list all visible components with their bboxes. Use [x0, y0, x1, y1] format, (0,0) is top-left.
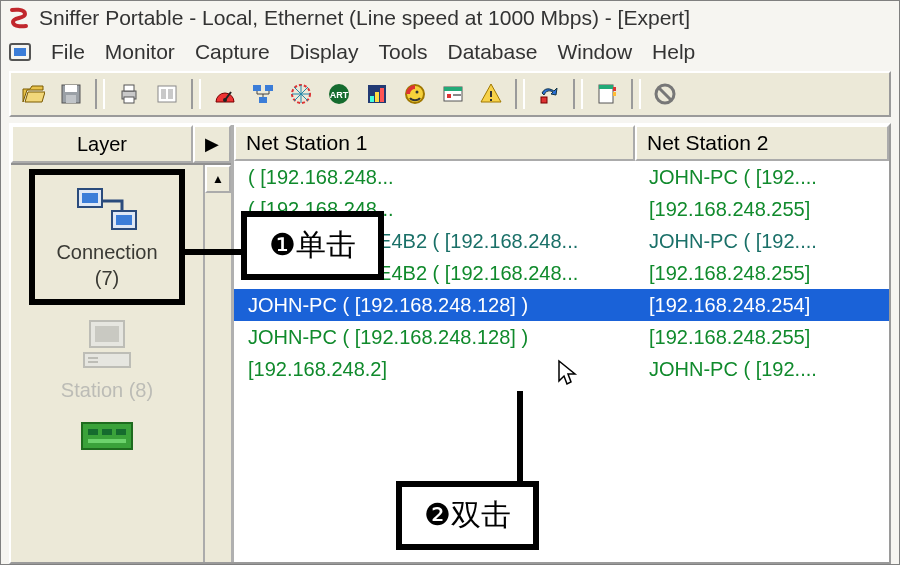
cell-net-station-2: JOHN-PC ( [192....	[637, 230, 889, 253]
matrix-button[interactable]	[285, 78, 317, 110]
layer-connection-label: Connection	[37, 239, 177, 265]
table-row[interactable]: JOHN-PC ( [192.168.248.128] )[192.168.24…	[234, 289, 889, 321]
layer-station-label: Station (8)	[37, 377, 177, 403]
mouse-cursor-icon	[557, 359, 581, 391]
svg-rect-4	[66, 95, 76, 103]
scroll-up-icon[interactable]: ▲	[205, 165, 231, 193]
capture-button[interactable]	[399, 78, 431, 110]
svg-rect-41	[116, 215, 132, 225]
svg-rect-28	[453, 94, 461, 96]
layer-tab[interactable]: Layer	[11, 125, 193, 163]
cell-net-station-2: JOHN-PC ( [192....	[637, 166, 889, 189]
define-filter-button[interactable]	[533, 78, 565, 110]
svg-rect-13	[253, 85, 261, 91]
col-net-station-2[interactable]: Net Station 2	[635, 125, 889, 161]
svg-rect-3	[65, 85, 77, 92]
svg-rect-45	[88, 357, 98, 359]
window-title: Sniffer Portable - Local, Ethernet (Line…	[39, 6, 690, 30]
menubar: File Monitor Capture Display Tools Datab…	[1, 35, 899, 69]
table-row[interactable]: ( [192.168.248...JOHN-PC ( [192....	[234, 161, 889, 193]
svg-rect-48	[88, 429, 98, 435]
svg-rect-26	[444, 87, 462, 91]
svg-rect-15	[259, 97, 267, 103]
callout-double-click: ❷双击	[396, 481, 539, 550]
svg-rect-8	[158, 86, 176, 102]
alarm-button[interactable]	[475, 78, 507, 110]
cell-net-station-2: [192.168.248.255]	[637, 326, 889, 349]
side-panel: Layer ▶ Connection (7)	[11, 125, 234, 562]
cell-net-station-2: [192.168.248.254]	[637, 294, 889, 317]
layer-connection[interactable]: Connection (7)	[29, 169, 185, 305]
menu-help[interactable]: Help	[642, 38, 705, 66]
menu-tools[interactable]: Tools	[368, 38, 437, 66]
svg-line-37	[659, 88, 671, 100]
main-panel: Net Station 1 Net Station 2 ( [192.168.2…	[234, 125, 889, 562]
menu-database[interactable]: Database	[437, 38, 547, 66]
svg-rect-22	[380, 88, 384, 102]
svg-text:ART: ART	[330, 90, 349, 100]
svg-rect-43	[95, 326, 119, 342]
col-net-station-1[interactable]: Net Station 1	[234, 125, 635, 161]
svg-rect-20	[370, 96, 374, 102]
menu-display[interactable]: Display	[280, 38, 369, 66]
svg-rect-44	[84, 353, 130, 367]
svg-rect-34	[613, 87, 616, 91]
cell-net-station-2: JOHN-PC ( [192....	[637, 358, 889, 381]
svg-rect-47	[82, 423, 132, 449]
svg-rect-49	[102, 429, 112, 435]
layer-tab-more-button[interactable]: ▶	[193, 125, 231, 163]
art-button[interactable]: ART	[323, 78, 355, 110]
svg-rect-29	[490, 91, 492, 97]
stop-button[interactable]	[649, 78, 681, 110]
svg-rect-10	[168, 89, 173, 99]
cell-net-station-2: [192.168.248.255]	[637, 198, 889, 221]
cell-net-station-2: [192.168.248.255]	[637, 262, 889, 285]
column-headers: Net Station 1 Net Station 2	[234, 125, 889, 161]
svg-rect-39	[82, 193, 98, 203]
callout-single-click: ❶单击	[241, 211, 384, 280]
menu-file[interactable]: File	[41, 38, 95, 66]
open-button[interactable]	[17, 78, 49, 110]
svg-rect-30	[490, 99, 492, 101]
svg-rect-21	[375, 92, 379, 102]
save-button[interactable]	[55, 78, 87, 110]
hosts-button[interactable]	[247, 78, 279, 110]
chart-button[interactable]	[361, 78, 393, 110]
svg-rect-6	[124, 85, 134, 91]
svg-rect-14	[265, 85, 273, 91]
menu-capture[interactable]: Capture	[185, 38, 280, 66]
svg-rect-51	[88, 439, 126, 443]
svg-rect-35	[613, 92, 616, 96]
titlebar: Sniffer Portable - Local, Ethernet (Line…	[1, 1, 899, 35]
svg-rect-27	[447, 94, 451, 98]
layer-station[interactable]: Station (8)	[35, 305, 179, 411]
svg-rect-46	[88, 361, 98, 363]
svg-rect-1	[14, 48, 26, 56]
svg-point-24	[416, 91, 419, 94]
svg-rect-7	[124, 97, 134, 103]
cell-net-station-1: ( [192.168.248...	[234, 166, 637, 189]
mdi-icon	[9, 41, 31, 63]
side-scrollbar[interactable]: ▲	[203, 165, 231, 562]
svg-rect-33	[599, 85, 613, 89]
table-row[interactable]: JOHN-PC ( [192.168.248.128] )[192.168.24…	[234, 321, 889, 353]
app-window: Sniffer Portable - Local, Ethernet (Line…	[0, 0, 900, 565]
side-header: Layer ▶	[11, 125, 231, 165]
print-button[interactable]	[113, 78, 145, 110]
addressbook-button[interactable]	[591, 78, 623, 110]
layer-extra[interactable]	[35, 411, 179, 465]
svg-rect-31	[541, 97, 547, 103]
print-preview-button[interactable]	[151, 78, 183, 110]
dashboard-button[interactable]	[209, 78, 241, 110]
layer-connection-count: (7)	[37, 265, 177, 291]
menu-monitor[interactable]: Monitor	[95, 38, 185, 66]
cell-net-station-1: JOHN-PC ( [192.168.248.128] )	[234, 326, 637, 349]
decode-button[interactable]	[437, 78, 469, 110]
cell-net-station-1: JOHN-PC ( [192.168.248.128] )	[234, 294, 637, 317]
svg-rect-9	[161, 89, 166, 99]
app-logo-icon	[7, 6, 31, 30]
menu-window[interactable]: Window	[547, 38, 642, 66]
svg-rect-50	[116, 429, 126, 435]
toolbar: ART	[9, 71, 891, 117]
